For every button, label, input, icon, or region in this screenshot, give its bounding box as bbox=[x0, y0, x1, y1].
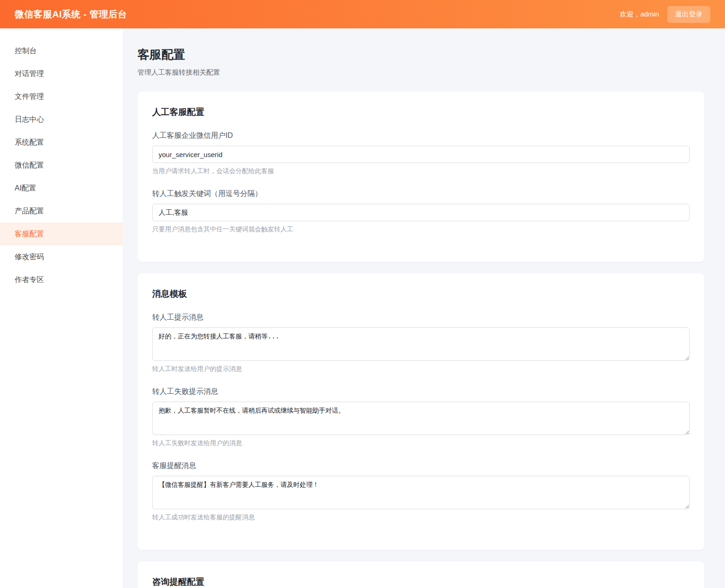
field-label: 转人工失败提示消息 bbox=[152, 387, 690, 397]
sidebar-item-ai-config[interactable]: AI配置 bbox=[0, 177, 123, 200]
card-message-templates: 消息模板 转人工提示消息 好的，正在为您转接人工客服，请稍等... 转人工时发送… bbox=[137, 273, 704, 550]
sidebar-item-dashboard[interactable]: 控制台 bbox=[0, 39, 123, 62]
sidebar-item-conversations[interactable]: 对话管理 bbox=[0, 62, 123, 85]
sidebar-item-files[interactable]: 文件管理 bbox=[0, 85, 123, 108]
sidebar-item-author-zone[interactable]: 作者专区 bbox=[0, 268, 123, 291]
field-servicer-notify-message: 客服提醒消息 【微信客服提醒】有新客户需要人工服务，请及时处理！ 转人工成功时发… bbox=[152, 461, 690, 522]
field-hint: 转人工成功时发送给客服的提醒消息 bbox=[152, 513, 690, 522]
sidebar-item-system-config[interactable]: 系统配置 bbox=[0, 131, 123, 154]
logout-button[interactable]: 退出登录 bbox=[667, 6, 710, 23]
app-header: 微信客服AI系统 - 管理后台 欢迎，admin 退出登录 bbox=[0, 0, 725, 28]
card-inquiry-notify-config: 咨询提醒配置 启用咨询提醒 当有用户咨询AI时，自动提醒人工客服 bbox=[137, 561, 704, 588]
card-title: 人工客服配置 bbox=[152, 106, 690, 118]
field-hint: 当用户请求转人工时，会话会分配给此客服 bbox=[152, 167, 690, 175]
sidebar-item-product-config[interactable]: 产品配置 bbox=[0, 200, 123, 223]
layout: 控制台 对话管理 文件管理 日志中心 系统配置 微信配置 AI配置 产品配置 客… bbox=[0, 28, 725, 588]
field-transfer-prompt: 转人工提示消息 好的，正在为您转接人工客服，请稍等... 转人工时发送给用户的提… bbox=[152, 313, 690, 373]
field-transfer-fail-prompt: 转人工失败提示消息 抱歉，人工客服暂时不在线，请稍后再试或继续与智能助手对话。 … bbox=[152, 387, 690, 447]
transfer-fail-textarea[interactable]: 抱歉，人工客服暂时不在线，请稍后再试或继续与智能助手对话。 bbox=[152, 402, 690, 435]
field-label: 人工客服企业微信用户ID bbox=[152, 131, 690, 141]
field-hint: 转人工时发送给用户的提示消息 bbox=[152, 365, 690, 373]
welcome-text: 欢迎，admin bbox=[620, 10, 659, 19]
field-label: 转人工触发关键词（用逗号分隔） bbox=[152, 189, 690, 199]
card-title: 咨询提醒配置 bbox=[152, 576, 690, 588]
servicer-userid-input[interactable] bbox=[152, 146, 690, 163]
field-label: 转人工提示消息 bbox=[152, 313, 690, 322]
card-title: 消息模板 bbox=[152, 288, 690, 300]
transfer-keywords-input[interactable] bbox=[152, 204, 690, 221]
card-servicer-config: 人工客服配置 人工客服企业微信用户ID 当用户请求转人工时，会话会分配给此客服 … bbox=[137, 92, 704, 262]
sidebar-item-logs[interactable]: 日志中心 bbox=[0, 108, 123, 131]
header-right: 欢迎，admin 退出登录 bbox=[620, 6, 710, 23]
sidebar: 控制台 对话管理 文件管理 日志中心 系统配置 微信配置 AI配置 产品配置 客… bbox=[0, 28, 123, 588]
page-subtitle: 管理人工客服转接相关配置 bbox=[137, 68, 704, 77]
field-hint: 只要用户消息包含其中任一关键词就会触发转人工 bbox=[152, 225, 690, 234]
servicer-notify-textarea[interactable]: 【微信客服提醒】有新客户需要人工服务，请及时处理！ bbox=[152, 476, 690, 509]
field-transfer-keywords: 转人工触发关键词（用逗号分隔） 只要用户消息包含其中任一关键词就会触发转人工 bbox=[152, 189, 690, 234]
main-content: 客服配置 管理人工客服转接相关配置 人工客服配置 人工客服企业微信用户ID 当用… bbox=[123, 28, 725, 588]
transfer-prompt-textarea[interactable]: 好的，正在为您转接人工客服，请稍等... bbox=[152, 327, 690, 361]
field-hint: 转人工失败时发送给用户的消息 bbox=[152, 439, 690, 447]
page-title: 客服配置 bbox=[137, 47, 704, 63]
field-servicer-userid: 人工客服企业微信用户ID 当用户请求转人工时，会话会分配给此客服 bbox=[152, 131, 690, 175]
sidebar-item-service-config[interactable]: 客服配置 bbox=[0, 223, 123, 245]
sidebar-item-change-password[interactable]: 修改密码 bbox=[0, 245, 123, 268]
app-title: 微信客服AI系统 - 管理后台 bbox=[15, 8, 127, 21]
sidebar-item-wechat-config[interactable]: 微信配置 bbox=[0, 154, 123, 177]
field-label: 客服提醒消息 bbox=[152, 461, 690, 471]
